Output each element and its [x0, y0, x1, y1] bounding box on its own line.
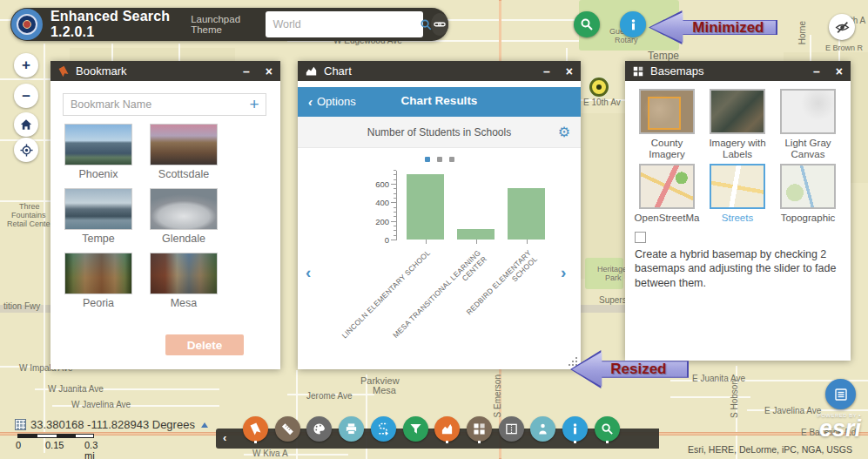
map-street-label: Horne — [797, 21, 807, 44]
draw-icon — [313, 422, 326, 435]
bookmark-label: Phoenix — [59, 168, 138, 180]
bookmark-thumbnail-mesa[interactable] — [150, 253, 218, 294]
y-axis-tick — [394, 193, 396, 194]
chart-title-strip: Number of Students in Schools ⚙ — [298, 117, 581, 148]
add-bookmark-button[interactable]: + — [243, 95, 266, 114]
chart-page-dot[interactable] — [437, 157, 442, 162]
chart-bar — [508, 188, 545, 240]
bookmark-thumbnail-scottsdale[interactable] — [150, 124, 218, 165]
locate-button[interactable] — [14, 138, 38, 162]
next-chart-button[interactable]: › — [561, 263, 566, 282]
home-button[interactable] — [14, 112, 38, 137]
basemap-item-topo[interactable]: Topographic — [773, 164, 843, 224]
close-icon[interactable]: × — [266, 64, 273, 78]
app-logo-icon — [11, 9, 43, 40]
bookmark-item-tempe[interactable]: Tempe — [59, 188, 138, 245]
basemap-item-lightgray[interactable]: Light Gray Canvas — [773, 89, 843, 160]
y-axis-tick — [394, 230, 396, 231]
basemap-thumbnail-osm[interactable] — [639, 164, 695, 209]
filter-tool-button[interactable] — [403, 416, 428, 442]
basemap-thumbnail-lightgray[interactable] — [780, 89, 836, 134]
hide-panels-button[interactable] — [829, 14, 855, 40]
measure-icon — [281, 422, 294, 435]
directions-tool-button[interactable] — [371, 416, 396, 442]
basemap-label: Topographic — [773, 213, 843, 224]
search-input[interactable] — [266, 11, 420, 37]
bookmark-thumbnail-phoenix[interactable] — [64, 124, 132, 165]
bookmark-panel-header: Bookmark – × — [50, 61, 280, 81]
near-me-tool-button[interactable] — [530, 416, 555, 442]
bookmark-name-input[interactable] — [64, 98, 243, 111]
gear-icon[interactable]: ⚙ — [558, 124, 570, 140]
info-tool-button[interactable] — [562, 416, 588, 442]
hybrid-basemap-note: Create a hybrid basemap by checking 2 ba… — [635, 247, 842, 290]
map-street-label: E 10th Av — [583, 98, 621, 107]
close-icon[interactable]: × — [566, 64, 573, 78]
bookmark-item-glendale[interactable]: Glendale — [145, 188, 223, 245]
basemap-thumbnail-streets[interactable] — [710, 164, 765, 209]
minimize-icon[interactable]: – — [543, 67, 550, 76]
minimized-info-widget[interactable] — [620, 11, 646, 37]
y-tick-label: 400 — [363, 198, 389, 207]
zoom-out-label: – — [22, 87, 30, 105]
print-tool-button[interactable] — [339, 416, 364, 442]
y-axis-tick — [394, 235, 396, 236]
bookmark-tool-button[interactable] — [243, 416, 268, 442]
chart-page-dot[interactable] — [449, 157, 454, 162]
map-street-label: Retail Cente — [7, 219, 50, 228]
zoom-in-button[interactable]: + — [14, 53, 38, 78]
scale-0: 0 — [16, 440, 21, 450]
zoom-out-button[interactable]: – — [14, 84, 38, 108]
basemap-thumbnail-topo[interactable] — [780, 164, 836, 209]
basemap-grid: County ImageryImagery with LabelsLight G… — [625, 61, 851, 361]
basemap-item-streets[interactable]: Streets — [703, 164, 772, 224]
coordinate-icon[interactable] — [15, 419, 26, 430]
x-axis-tick — [426, 240, 427, 244]
map-street-label: E Brown R — [825, 44, 863, 52]
legend-button[interactable] — [825, 379, 856, 409]
link-icon[interactable] — [431, 13, 448, 36]
y-axis-tick — [391, 240, 396, 240]
basemap-thumbnail-county[interactable] — [639, 89, 695, 134]
basemap-item-osm[interactable]: OpenStreetMa — [632, 164, 702, 224]
basemap-item-imglabels[interactable]: Imagery with Labels — [703, 89, 772, 160]
swipe-tool-button[interactable] — [499, 416, 524, 442]
delete-bookmark-button[interactable]: Delete — [165, 334, 244, 355]
basemap-label: Streets — [703, 213, 772, 224]
basemap-thumbnail-imglabels[interactable] — [710, 89, 765, 134]
map-street-label: Three — [19, 202, 40, 211]
bookmark-item-scottsdale[interactable]: Scottsdale — [145, 124, 223, 180]
bookmark-icon — [249, 422, 262, 435]
basemap-gallery-tool-button[interactable] — [467, 416, 492, 442]
draw-tool-button[interactable] — [306, 416, 332, 442]
basemap-item-county[interactable]: County Imagery — [632, 89, 702, 160]
hybrid-basemap-checkbox[interactable] — [635, 232, 646, 243]
bookmark-item-peoria[interactable]: Peoria — [59, 253, 138, 309]
minimize-icon[interactable]: – — [243, 67, 250, 76]
bookmark-item-phoenix[interactable]: Phoenix — [59, 124, 138, 180]
bookmark-grid: PhoenixScottsdaleTempeGlendalePeoriaMesa — [59, 124, 272, 309]
map-street-label: Park — [605, 273, 622, 282]
prev-chart-button[interactable]: ‹ — [306, 263, 311, 282]
measure-tool-button[interactable] — [275, 416, 300, 442]
toolbar-collapse-icon[interactable]: ‹ — [223, 431, 226, 444]
info-icon — [569, 422, 582, 435]
bookmark-item-mesa[interactable]: Mesa — [145, 253, 223, 309]
minimized-search-widget[interactable] — [574, 11, 600, 37]
bookmark-thumbnail-tempe[interactable] — [64, 188, 132, 230]
chart-tool-button[interactable] — [434, 416, 460, 442]
bookmark-thumbnail-glendale[interactable] — [150, 188, 218, 230]
chart-page-dot[interactable] — [425, 157, 430, 162]
bookmark-thumbnail-peoria[interactable] — [64, 253, 132, 294]
y-axis-tick — [394, 226, 396, 226]
map-street-label: E Javelina Ave — [764, 406, 821, 415]
y-axis-tick — [394, 212, 396, 213]
y-axis-tick — [394, 207, 396, 208]
open-widget-indicator — [446, 441, 448, 443]
esri-wordmark: esri — [818, 418, 861, 439]
map-street-label: W Kiva A — [252, 449, 288, 458]
basemap-label: Light Gray Canvas — [773, 138, 843, 160]
resized-callout-label: Resized — [610, 361, 666, 378]
search-tool-button[interactable] — [595, 416, 620, 442]
map-street-label: W Javelina Ave — [71, 400, 131, 409]
